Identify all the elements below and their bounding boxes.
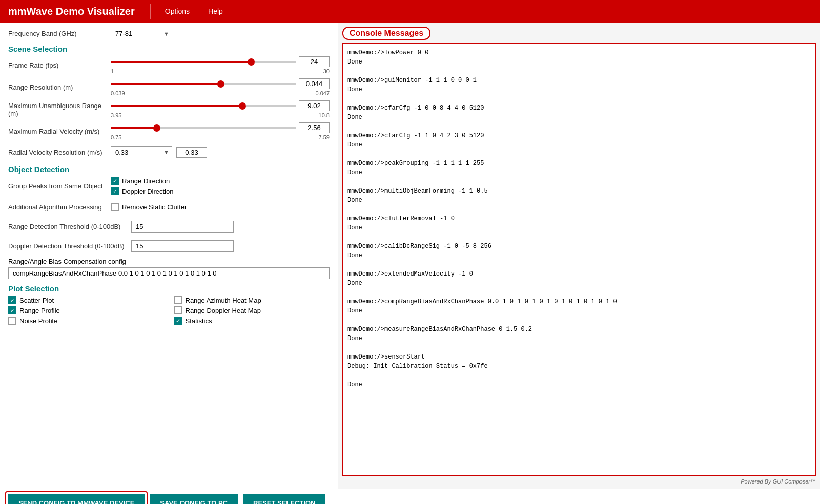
group-peaks-label: Group Peaks from Same Object — [8, 182, 111, 190]
send-config-wrapper: SEND CONFIG TO MMWAVE DEVICE — [8, 494, 145, 504]
radial-velocity-res-select[interactable]: 0.33 — [111, 146, 172, 158]
remove-static-clutter-label: Remove Static Clutter — [122, 203, 187, 211]
additional-processing-row: Additional Algorithm Processing Remove S… — [8, 199, 330, 215]
app-title: mmWave Demo Visualizer — [8, 6, 135, 17]
frame-rate-slider[interactable] — [111, 61, 296, 63]
scatter-plot-checkbox[interactable]: ✓ — [8, 296, 16, 304]
doppler-direction-item: ✓ Doppler Direction — [111, 187, 173, 195]
bias-comp-label: Range/Angle Bias Compensation config — [8, 258, 330, 265]
scatter-plot-label: Scatter Plot — [19, 297, 54, 304]
top-bar: mmWave Demo Visualizer Options Help — [0, 0, 820, 23]
max-unambiguous-range-label: Maximum Unambiguous Range (m) — [8, 102, 111, 117]
max-radial-velocity-slider-container: 2.56 0.75 7.59 — [111, 122, 330, 140]
range-resolution-slider-container: 0.044 0.039 0.047 — [111, 78, 330, 96]
statistics-item: ✓ Statistics — [174, 317, 330, 325]
max-unambiguous-range-row: Maximum Unambiguous Range (m) 9.02 3.95 … — [8, 100, 330, 118]
max-radial-velocity-value: 2.56 — [299, 122, 330, 133]
range-azimuth-checkbox[interactable] — [174, 296, 182, 304]
object-detection-header: Object Detection — [8, 165, 330, 174]
group-peaks-checkboxes: ✓ Range Direction ✓ Doppler Direction — [111, 177, 173, 195]
main-layout: Frequency Band (GHz) 77-81 60-64 ▼ Scene… — [0, 23, 820, 489]
noise-profile-item: Noise Profile — [8, 317, 164, 325]
console-title: Console Messages — [342, 27, 430, 40]
plot-selection-header: Plot Selection — [8, 284, 330, 293]
noise-profile-checkbox[interactable] — [8, 317, 16, 325]
range-doppler-label: Range Doppler Heat Map — [186, 307, 261, 314]
frequency-row: Frequency Band (GHz) 77-81 60-64 ▼ — [8, 28, 330, 39]
range-resolution-labels: 0.039 0.047 — [111, 90, 330, 96]
menu-help[interactable]: Help — [204, 5, 227, 17]
doppler-direction-checkbox[interactable]: ✓ — [111, 187, 119, 195]
radial-velocity-res-select-wrapper: 0.33 ▼ — [111, 146, 172, 158]
right-panel: Console Messages mmwDemo:/>lowPower 0 0 … — [338, 23, 820, 489]
range-azimuth-item: Range Azimuth Heat Map — [174, 296, 330, 304]
send-config-button[interactable]: SEND CONFIG TO MMWAVE DEVICE — [8, 494, 145, 504]
range-profile-label: Range Profile — [19, 307, 60, 314]
range-profile-item: ✓ Range Profile — [8, 306, 164, 314]
max-radial-velocity-slider[interactable] — [111, 127, 296, 129]
radial-velocity-res-value: 0.33 — [176, 147, 207, 158]
range-resolution-slider[interactable] — [111, 83, 296, 85]
statistics-label: Statistics — [186, 317, 212, 325]
range-direction-item: ✓ Range Direction — [111, 177, 173, 185]
max-radial-velocity-label: Maximum Radial Velocity (m/s) — [8, 128, 111, 135]
max-unambiguous-range-slider[interactable] — [111, 105, 296, 107]
bias-comp-row: Range/Angle Bias Compensation config — [8, 258, 330, 279]
radial-velocity-res-label: Radial Velocity Resolution (m/s) — [8, 149, 111, 156]
range-resolution-value: 0.044 — [299, 78, 330, 89]
top-bar-divider — [150, 4, 151, 19]
max-radial-velocity-labels: 0.75 7.59 — [111, 134, 330, 140]
range-threshold-input[interactable] — [131, 221, 234, 233]
bias-comp-input[interactable] — [8, 267, 330, 279]
doppler-threshold-input[interactable] — [131, 240, 234, 252]
radial-velocity-res-row: Radial Velocity Resolution (m/s) 0.33 ▼ … — [8, 144, 330, 160]
powered-by-text: Powered By GUI Composer™ — [342, 478, 816, 485]
frame-rate-label: Frame Rate (fps) — [8, 61, 111, 69]
range-resolution-label: Range Resolution (m) — [8, 83, 111, 91]
max-unambiguous-range-labels: 3.95 10.8 — [111, 112, 330, 118]
additional-processing-label: Additional Algorithm Processing — [8, 203, 111, 211]
max-unambiguous-range-value: 9.02 — [299, 100, 330, 111]
save-config-button[interactable]: SAVE CONFIG TO PC — [150, 494, 238, 504]
range-profile-checkbox[interactable]: ✓ — [8, 306, 16, 314]
remove-static-clutter-item: Remove Static Clutter — [111, 203, 187, 211]
frequency-label: Frequency Band (GHz) — [8, 30, 111, 37]
max-unambiguous-range-slider-container: 9.02 3.95 10.8 — [111, 100, 330, 118]
doppler-threshold-row: Doppler Detection Threshold (0-100dB) — [8, 238, 330, 254]
menu-options[interactable]: Options — [161, 5, 194, 17]
range-direction-label: Range Direction — [122, 177, 170, 185]
left-panel: Frequency Band (GHz) 77-81 60-64 ▼ Scene… — [0, 23, 338, 489]
max-radial-velocity-row: Maximum Radial Velocity (m/s) 2.56 0.75 … — [8, 122, 330, 140]
console-title-wrapper: Console Messages — [342, 27, 816, 43]
frame-rate-row: Frame Rate (fps) 24 1 30 — [8, 56, 330, 74]
range-doppler-item: Range Doppler Heat Map — [174, 306, 330, 314]
doppler-threshold-label: Doppler Detection Threshold (0-100dB) — [8, 242, 131, 250]
scatter-plot-item: ✓ Scatter Plot — [8, 296, 164, 304]
noise-profile-label: Noise Profile — [19, 317, 57, 325]
range-doppler-checkbox[interactable] — [174, 306, 182, 314]
group-peaks-row: Group Peaks from Same Object ✓ Range Dir… — [8, 177, 330, 195]
frequency-select[interactable]: 77-81 60-64 — [111, 28, 172, 39]
doppler-direction-label: Doppler Direction — [122, 187, 173, 195]
frequency-select-wrapper: 77-81 60-64 ▼ — [111, 28, 172, 39]
statistics-checkbox[interactable]: ✓ — [174, 317, 182, 325]
reset-selection-button[interactable]: RESET SELECTION — [243, 494, 325, 504]
range-direction-checkbox[interactable]: ✓ — [111, 177, 119, 185]
plot-selection-grid: ✓ Scatter Plot Range Azimuth Heat Map ✓ … — [8, 296, 330, 325]
range-resolution-row: Range Resolution (m) 0.044 0.039 0.047 — [8, 78, 330, 96]
bottom-buttons: SEND CONFIG TO MMWAVE DEVICE SAVE CONFIG… — [0, 489, 820, 504]
range-threshold-row: Range Detection Threshold (0-100dB) — [8, 219, 330, 234]
scene-selection-header: Scene Selection — [8, 45, 330, 53]
remove-static-clutter-checkbox[interactable] — [111, 203, 119, 211]
frame-rate-value: 24 — [299, 56, 330, 67]
range-threshold-label: Range Detection Threshold (0-100dB) — [8, 223, 131, 230]
frame-rate-slider-container: 24 1 30 — [111, 56, 330, 74]
range-azimuth-label: Range Azimuth Heat Map — [186, 297, 261, 304]
console-box: mmwDemo:/>lowPower 0 0 Done mmwDemo:/>gu… — [342, 43, 816, 476]
frame-rate-labels: 1 30 — [111, 68, 330, 74]
